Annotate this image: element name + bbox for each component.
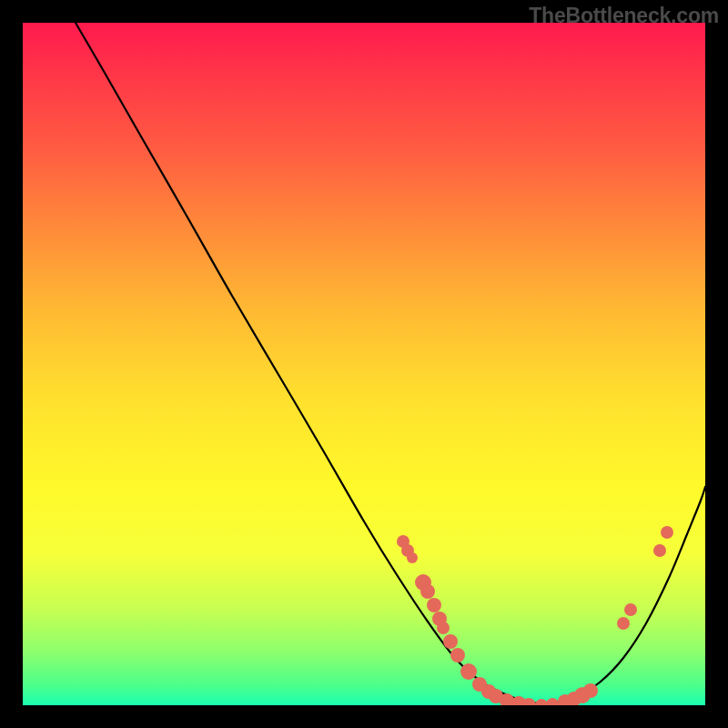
marker-dot [661, 526, 673, 539]
chart-svg [23, 23, 705, 705]
marker-dot [427, 598, 441, 612]
bottleneck-curve [76, 23, 705, 703]
marker-dot [420, 584, 435, 599]
marker-dot [437, 622, 450, 634]
marker-dot [407, 552, 418, 563]
marker-dot [535, 699, 548, 705]
marker-dot [617, 617, 630, 630]
marker-dot [624, 603, 637, 616]
watermark-text: TheBottleneck.com [529, 4, 719, 28]
marker-dot [443, 634, 458, 649]
marker-dot [546, 698, 559, 705]
marker-dot [583, 683, 598, 698]
marker-dot [460, 663, 477, 680]
marker-dot [450, 648, 465, 662]
markers-group [397, 526, 673, 705]
marker-dot [653, 544, 666, 557]
chart-area [23, 23, 705, 705]
